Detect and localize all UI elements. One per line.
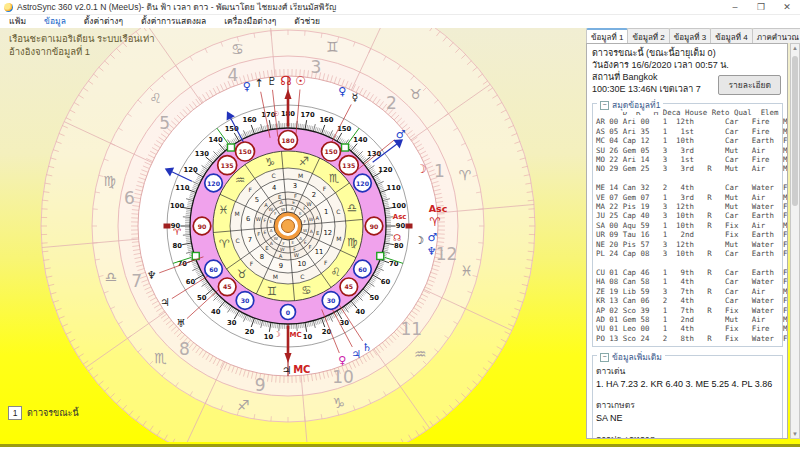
tab-1[interactable]: ข้อมูลที่ 1 <box>586 28 628 43</box>
svg-text:E: E <box>263 230 266 235</box>
panel-scrollbar[interactable]: ▲ ▼ <box>790 43 800 439</box>
chart-legend: 1 ดาวจรขณะนี้ <box>8 406 79 420</box>
svg-text:♆: ♆ <box>427 245 437 258</box>
menu-item-2[interactable]: ข้อมูล <box>35 15 75 28</box>
menu-item-3[interactable]: ตั้งค่าต่างๆ <box>75 15 132 28</box>
svg-text:60: 60 <box>358 266 367 273</box>
svg-text:40: 40 <box>211 308 221 316</box>
tab-4[interactable]: ข้อมูลที่ 4 <box>710 28 752 43</box>
svg-text:20: 20 <box>322 328 332 336</box>
svg-text:W: W <box>274 236 278 241</box>
svg-text:♏: ♏ <box>154 350 167 366</box>
svg-text:6: 6 <box>246 215 250 223</box>
collapse-icon[interactable]: − <box>600 101 609 110</box>
menu-item-5[interactable]: เครื่องมือต่างๆ <box>215 15 285 28</box>
svg-text:110: 110 <box>175 184 189 192</box>
svg-text:A: A <box>299 236 302 241</box>
astrology-wheel[interactable]: 1♈2♉3♊4♋5♌6♍7♎8♏9♐10♑11♒12♓1010202030304… <box>0 28 586 442</box>
menu-item-1[interactable]: แฟ้ม <box>0 15 35 28</box>
svg-text:E: E <box>278 194 281 200</box>
svg-text:3: 3 <box>311 57 322 77</box>
window-controls: – ❐ ✕ <box>722 0 800 14</box>
svg-text:♄: ♄ <box>362 341 372 354</box>
svg-text:E: E <box>292 200 295 205</box>
detail-button[interactable]: รายละเอียด <box>718 75 781 95</box>
svg-text:7: 7 <box>248 236 252 244</box>
svg-text:C: C <box>271 172 275 179</box>
menu-item-4[interactable]: ตั้งค่าการแสดงผล <box>132 15 215 28</box>
svg-text:120: 120 <box>378 166 392 174</box>
svg-text:♉: ♉ <box>237 267 247 281</box>
svg-text:♃: ♃ <box>160 296 170 309</box>
svg-text:135: 135 <box>342 162 355 169</box>
tab-bar: ข้อมูลที่ 1ข้อมูลที่ 2ข้อมูลที่ 3ข้อมูลท… <box>586 28 800 43</box>
svg-text:45: 45 <box>223 283 232 290</box>
svg-text:A: A <box>270 228 273 233</box>
chart-area: 1♈2♉3♊4♋5♌6♍7♎8♏9♐10♑11♒12♓1010202030304… <box>0 28 586 442</box>
tab-5[interactable]: ภาคคำนวณ <box>752 28 800 43</box>
svg-text:120: 120 <box>356 180 370 187</box>
tab-3[interactable]: ข้อมูลที่ 3 <box>669 28 711 43</box>
svg-text:1: 1 <box>324 208 328 216</box>
kaset-value: SA NE <box>596 413 780 423</box>
minimize-button[interactable]: – <box>722 0 748 14</box>
svg-text:♃: ♃ <box>351 348 361 361</box>
window-bottom-edge <box>0 444 800 447</box>
svg-text:♈: ♈ <box>173 227 181 237</box>
svg-text:☉: ☉ <box>295 74 306 88</box>
svg-text:W: W <box>303 228 307 233</box>
scrollbar-thumb[interactable] <box>792 56 798 206</box>
tab-2[interactable]: ข้อมูลที่ 2 <box>627 28 669 43</box>
svg-text:A: A <box>316 215 320 221</box>
svg-text:5: 5 <box>159 113 170 133</box>
extra-info-title: ข้อมูลเพิ่มเติม <box>612 350 662 364</box>
svg-text:11: 11 <box>315 248 324 256</box>
svg-text:20: 20 <box>245 328 255 336</box>
svg-text:F: F <box>293 247 296 252</box>
svg-text:♏: ♏ <box>329 171 339 185</box>
scroll-down-icon[interactable]: ▼ <box>791 431 799 437</box>
svg-text:E: E <box>316 230 319 236</box>
svg-text:♌: ♌ <box>331 265 341 279</box>
svg-text:F: F <box>308 244 311 250</box>
svg-text:♍: ♍ <box>347 235 357 249</box>
svg-text:60: 60 <box>381 278 391 286</box>
svg-text:A: A <box>279 253 283 259</box>
svg-text:F: F <box>294 193 297 199</box>
svg-text:50: 50 <box>197 294 207 302</box>
chart-caption-line1: เรือนชะตาเมอริเดียน ระบบเรือนเท่า <box>9 32 155 45</box>
svg-text:☿: ☿ <box>352 91 359 104</box>
svg-text:180: 180 <box>282 137 296 144</box>
svg-text:W: W <box>294 252 299 258</box>
svg-text:9: 9 <box>255 375 266 395</box>
svg-text:♅: ♅ <box>176 317 186 330</box>
svg-text:♇: ♇ <box>267 75 277 88</box>
svg-text:♀: ♀ <box>338 85 346 98</box>
svg-text:50: 50 <box>369 294 379 302</box>
svg-text:C: C <box>300 273 304 280</box>
svg-text:☽: ☽ <box>414 234 424 247</box>
svg-text:A: A <box>291 206 294 211</box>
svg-text:♋: ♋ <box>301 283 311 297</box>
svg-text:♆: ♆ <box>147 269 157 282</box>
svg-text:90: 90 <box>198 223 207 230</box>
svg-text:60: 60 <box>209 266 218 273</box>
menu-item-6[interactable]: ตัวช่วย <box>285 15 329 28</box>
star-rank-value: 1. HA 7.23 2. KR 6.40 3. ME 5.25 4. PL 3… <box>596 379 780 389</box>
close-button[interactable]: ✕ <box>774 0 800 14</box>
collapse-icon[interactable]: − <box>600 353 609 362</box>
svg-text:F: F <box>249 186 253 193</box>
svg-text:♈: ♈ <box>430 215 441 229</box>
svg-text:140: 140 <box>353 136 367 144</box>
svg-text:♓: ♓ <box>460 263 473 279</box>
svg-text:W: W <box>309 217 314 222</box>
svg-text:30: 30 <box>241 297 250 304</box>
svg-text:W: W <box>256 216 261 222</box>
svg-text:M: M <box>298 172 303 179</box>
scroll-up-icon[interactable]: ▲ <box>791 45 799 51</box>
app-window: AstroSync 360 v2.0.1 N (MeeUs)- ดิน ฟ้า … <box>0 0 800 450</box>
side-panel: ข้อมูลที่ 1ข้อมูลที่ 2ข้อมูลที่ 3ข้อมูลท… <box>586 28 800 442</box>
svg-text:F: F <box>323 185 327 192</box>
maximize-button[interactable]: ❐ <box>748 0 774 14</box>
svg-text:♎: ♎ <box>105 269 118 285</box>
